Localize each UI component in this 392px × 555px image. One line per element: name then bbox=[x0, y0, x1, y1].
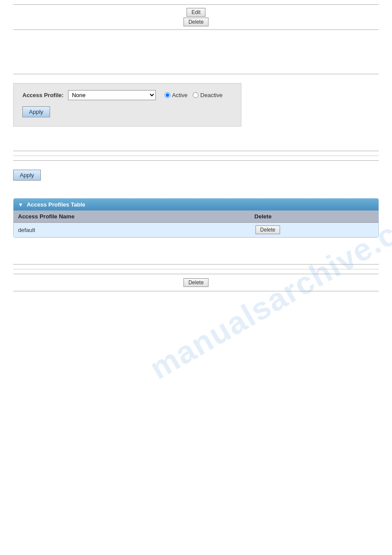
profile-name-cell: default bbox=[14, 223, 250, 237]
section-bottom-delete: Delete bbox=[13, 274, 379, 291]
form-apply-button[interactable]: Apply bbox=[22, 106, 50, 117]
bottom-apply-button[interactable]: Apply bbox=[13, 170, 41, 181]
spacer-2 bbox=[13, 61, 379, 74]
deactive-radio-label[interactable]: Deactive bbox=[193, 92, 223, 98]
divider-5 bbox=[13, 269, 379, 269]
table-header-bar: ▼ Access Profiles Table bbox=[14, 199, 378, 210]
table-head: Access Profile Name Delete bbox=[14, 210, 378, 223]
access-profile-select[interactable]: None default bbox=[68, 90, 156, 100]
collapse-arrow-icon[interactable]: ▼ bbox=[18, 202, 23, 208]
deactive-label: Deactive bbox=[200, 92, 223, 98]
table-container: ▼ Access Profiles Table Access Profile N… bbox=[13, 198, 379, 238]
bottom-apply-section: Apply bbox=[13, 165, 379, 189]
active-label: Active bbox=[172, 92, 187, 98]
access-profile-box: Access Profile: None default Active Deac… bbox=[13, 83, 241, 127]
divider-2 bbox=[13, 156, 379, 156]
divider-4 bbox=[13, 264, 379, 265]
active-radio[interactable] bbox=[165, 92, 170, 98]
col-header-name: Access Profile Name bbox=[14, 210, 250, 223]
data-table: Access Profile Name Delete default Delet… bbox=[14, 210, 378, 237]
access-profile-section: Access Profile: None default Active Deac… bbox=[13, 74, 379, 131]
bottom-delete-button[interactable]: Delete bbox=[183, 278, 209, 287]
radio-group: Active Deactive bbox=[165, 92, 223, 98]
deactive-radio[interactable] bbox=[193, 92, 198, 98]
profile-delete-cell: Delete bbox=[250, 223, 378, 237]
top-delete-button[interactable]: Delete bbox=[183, 18, 209, 26]
active-radio-label[interactable]: Active bbox=[165, 92, 187, 98]
access-profiles-table-section: ▼ Access Profiles Table Access Profile N… bbox=[13, 198, 379, 238]
delete-button-row: Delete bbox=[13, 17, 379, 27]
page-wrapper: Edit Delete Access Profile: None default… bbox=[0, 0, 392, 296]
spacer-4 bbox=[13, 247, 379, 260]
edit-button[interactable]: Edit bbox=[187, 8, 205, 17]
access-profile-row: Access Profile: None default Active Deac… bbox=[22, 90, 232, 100]
table-row: default Delete bbox=[14, 223, 378, 237]
col-header-delete: Delete bbox=[250, 210, 378, 223]
profile-delete-button[interactable]: Delete bbox=[255, 225, 281, 234]
table-header-row: Access Profile Name Delete bbox=[14, 210, 378, 223]
spacer-1 bbox=[13, 47, 379, 61]
spacer-3 bbox=[13, 140, 379, 146]
divider-3 bbox=[13, 160, 379, 161]
edit-button-row: Edit bbox=[13, 7, 379, 17]
divider-1 bbox=[13, 151, 379, 151]
table-title: Access Profiles Table bbox=[27, 201, 85, 208]
section-top-edit-delete: Edit Delete bbox=[13, 4, 379, 30]
access-profile-label: Access Profile: bbox=[22, 92, 64, 98]
form-apply-row: Apply bbox=[22, 106, 232, 117]
table-body: default Delete bbox=[14, 223, 378, 237]
